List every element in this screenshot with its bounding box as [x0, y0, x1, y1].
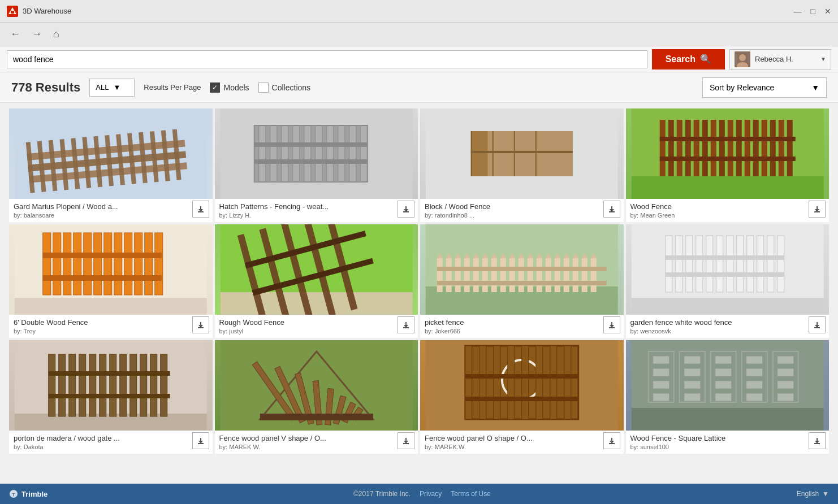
svg-rect-159 — [716, 236, 723, 292]
close-button[interactable]: ✕ — [824, 7, 831, 16]
search-button[interactable]: Search 🔍 — [652, 49, 725, 69]
download-icon — [607, 320, 616, 329]
user-dropdown[interactable]: Rebecca H. ▼ — [729, 49, 831, 69]
svg-rect-133 — [537, 258, 542, 292]
download-button[interactable] — [192, 432, 209, 449]
grid-item-info: Hatch Patterns - Fencing - weat... by: L… — [215, 199, 418, 222]
svg-rect-141 — [573, 258, 578, 292]
svg-rect-184 — [161, 354, 167, 416]
download-button[interactable] — [809, 432, 826, 449]
svg-rect-93 — [43, 275, 162, 281]
maximize-button[interactable]: □ — [811, 7, 815, 16]
grid-item-author: by: justyl — [219, 328, 414, 334]
filter-all-label: ALL — [96, 83, 109, 92]
grid-item[interactable]: porton de madera / wood gate ... by: Dak… — [9, 340, 213, 454]
svg-rect-212 — [536, 346, 543, 419]
svg-rect-221 — [631, 408, 823, 431]
grid-item-info: Fence wood panel O shape / O... by: MARE… — [420, 431, 624, 454]
svg-rect-135 — [546, 258, 551, 292]
grid-item-title: Fence wood panel V shape / O... — [219, 434, 414, 442]
back-button[interactable]: ← — [7, 26, 24, 42]
download-button[interactable] — [192, 201, 209, 218]
download-button[interactable] — [603, 432, 620, 449]
svg-rect-66 — [736, 120, 741, 176]
svg-rect-34 — [322, 125, 326, 182]
grid-item[interactable]: Wood Fence by: Mean Green — [626, 108, 830, 222]
svg-rect-72 — [787, 120, 792, 176]
download-button[interactable] — [603, 201, 620, 218]
download-button[interactable] — [398, 432, 414, 449]
footer-language-arrow[interactable]: ▼ — [822, 490, 829, 498]
grid-item-title: 6' Double Wood Fence — [14, 318, 208, 327]
svg-rect-60 — [685, 120, 690, 176]
sort-dropdown[interactable]: Sort by Relevance ▼ — [702, 77, 827, 98]
search-input[interactable] — [7, 50, 647, 68]
grid-item-info: porton de madera / wood gate ... by: Dak… — [9, 431, 213, 454]
grid-item[interactable]: Rough Wood Fence by: justyl — [215, 224, 418, 338]
minimize-button[interactable]: — — [794, 7, 802, 16]
grid-item[interactable]: Block / Wood Fence by: ratondinho8 ... — [420, 108, 624, 222]
svg-rect-211 — [522, 346, 529, 419]
svg-rect-37 — [356, 125, 360, 182]
collections-checkbox[interactable] — [258, 82, 269, 93]
svg-rect-183 — [150, 354, 157, 416]
download-button[interactable] — [398, 201, 414, 218]
download-button[interactable] — [398, 316, 414, 333]
grid-item[interactable]: Gard Marius Plopeni / Wood a... by: bala… — [9, 108, 213, 222]
svg-rect-111 — [437, 258, 443, 292]
grid-item-info: Rough Wood Fence by: justyl — [215, 315, 418, 338]
svg-rect-177 — [89, 354, 96, 416]
svg-rect-246 — [777, 393, 793, 401]
grid-item-info: garden fence white wood fence by: wenzoo… — [626, 315, 830, 338]
grid-item[interactable]: Wood Fence - Square Lattice by: sunset10… — [626, 340, 830, 454]
grid-item[interactable]: Hatch Patterns - Fencing - weat... by: L… — [215, 108, 418, 222]
svg-rect-158 — [706, 236, 712, 292]
footer-terms-link[interactable]: Terms of Use — [451, 490, 491, 498]
footer-language: English — [797, 490, 819, 498]
svg-text:T: T — [12, 492, 15, 497]
models-checkbox[interactable]: ✓ — [210, 82, 220, 93]
grid-item-image — [420, 224, 624, 315]
grid-item[interactable]: Fence wood panel V shape / O... by: MARE… — [215, 340, 418, 454]
svg-rect-47 — [471, 131, 472, 176]
grid-item[interactable]: picket fence by: Joker666 — [420, 224, 624, 338]
home-button[interactable]: ⌂ — [50, 26, 63, 42]
download-button[interactable] — [603, 316, 620, 333]
svg-rect-186 — [49, 394, 170, 398]
svg-rect-87 — [114, 233, 122, 295]
filter-all-dropdown[interactable]: ALL ▼ — [89, 79, 135, 97]
svg-rect-32 — [299, 125, 304, 182]
nav-bar: ← → ⌂ — [0, 23, 838, 46]
download-icon — [196, 205, 205, 214]
svg-rect-240 — [746, 368, 762, 376]
svg-rect-63 — [710, 120, 716, 176]
grid-item[interactable]: garden fence white wood fence by: wenzoo… — [626, 224, 830, 338]
download-button[interactable] — [809, 201, 826, 218]
grid-item-image — [626, 224, 830, 315]
svg-rect-38 — [254, 142, 367, 147]
download-icon — [401, 320, 411, 329]
svg-rect-29 — [265, 125, 270, 182]
grid-item-title: garden fence white wood fence — [630, 318, 825, 327]
svg-rect-238 — [715, 393, 731, 401]
results-count: 778 Results — [11, 80, 80, 95]
grid-item-image — [420, 340, 624, 431]
svg-rect-243 — [777, 356, 793, 364]
footer-privacy-link[interactable]: Privacy — [420, 490, 442, 498]
sort-label: Sort by Relevance — [710, 83, 774, 92]
grid-item-info: Fence wood panel V shape / O... by: MARE… — [215, 431, 418, 454]
svg-rect-62 — [702, 120, 707, 176]
grid-item[interactable]: Fence wood panel O shape / O... by: MARE… — [420, 340, 624, 454]
svg-rect-35 — [333, 125, 338, 182]
svg-rect-86 — [104, 233, 112, 295]
svg-rect-67 — [744, 120, 750, 176]
grid-item-image — [9, 108, 213, 199]
svg-rect-242 — [746, 393, 762, 401]
grid-item[interactable]: 6' Double Wood Fence by: Troy — [9, 224, 213, 338]
svg-rect-161 — [736, 236, 743, 292]
download-button[interactable] — [809, 316, 826, 333]
forward-button[interactable]: → — [28, 26, 45, 42]
download-button[interactable] — [192, 316, 209, 333]
svg-rect-148 — [437, 281, 607, 285]
svg-rect-143 — [582, 258, 588, 292]
